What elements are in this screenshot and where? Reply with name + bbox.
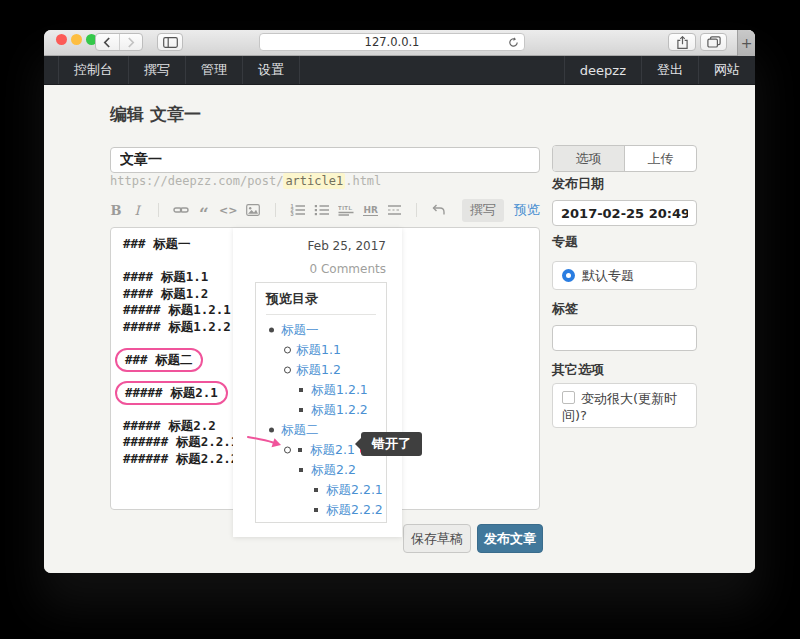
post-url-prefix: https://deepzz.com/post/ — [110, 174, 283, 188]
sidebar-toggle-button[interactable] — [157, 33, 183, 51]
annotation-tooltip-text: 错开了 — [372, 435, 411, 453]
nav-site[interactable]: 网站 — [698, 56, 755, 84]
toolbar-undo-icon[interactable] — [432, 202, 445, 218]
navbar-right-group: deepzz登出网站 — [564, 56, 755, 84]
publish-button[interactable]: 发布文章 — [477, 524, 543, 553]
toolbar-image-icon[interactable] — [246, 202, 260, 218]
toc-link[interactable]: 标题一 — [281, 322, 319, 339]
toolbar-divider — [152, 202, 164, 218]
nav-settings[interactable]: 设置 — [242, 56, 299, 84]
back-button[interactable] — [96, 34, 119, 50]
options-sidebar: 选项上传 发布日期 专题 默认专题 标签 其它选项 变动很大(更新时间)? — [552, 85, 697, 573]
toc-item: 标题2.2.1 — [256, 480, 386, 500]
toolbar-link-icon[interactable] — [173, 202, 189, 218]
publish-date-input[interactable] — [552, 200, 697, 226]
toolbar-quote-icon[interactable]: “ — [198, 202, 210, 218]
toc-link[interactable]: 标题2.2.1 — [326, 482, 383, 499]
tabs-icon — [707, 36, 721, 48]
toc-item: 标题2.2 — [256, 460, 386, 480]
tags-label: 标签 — [552, 300, 697, 318]
toc-bullet-square — [297, 400, 311, 420]
toc-box: 预览目录 标题一标题1.1标题1.2标题1.2.1标题1.2.2标题二标题2.1… — [255, 282, 387, 523]
toolbar-code-icon[interactable]: <> — [219, 202, 237, 218]
toc-link[interactable]: 标题2.2.2 — [326, 502, 383, 519]
toolbar-horizontal-rule-icon[interactable]: HR — [363, 202, 377, 218]
new-tab-button[interactable]: + — [737, 30, 755, 56]
app-navbar: 控制台撰写管理设置 deepzz登出网站 — [44, 56, 755, 85]
forward-button[interactable] — [119, 34, 143, 50]
post-url-slug-highlight: article1 — [283, 173, 345, 189]
toc-item: 标题1.1 — [256, 340, 386, 360]
sidebar-tabs: 选项上传 — [552, 145, 697, 172]
navbar-left-group: 控制台撰写管理设置 — [58, 56, 300, 84]
preview-mode-button[interactable]: 预览 — [514, 201, 540, 219]
toc-bullet-circle — [282, 340, 296, 360]
close-window-button[interactable] — [56, 34, 67, 45]
toc-link[interactable]: 标题2.2 — [311, 462, 356, 479]
toc-bullet-circle — [282, 360, 296, 380]
radio-selected-icon[interactable] — [562, 269, 575, 282]
toolbar-divider — [411, 202, 423, 218]
toc-bullet-square — [312, 500, 326, 520]
toc-link[interactable]: 标题2.1 — [310, 442, 355, 459]
nav-logout[interactable]: 登出 — [641, 56, 698, 84]
toc-link[interactable]: 标题1.2.2 — [311, 402, 368, 419]
admin-page: 编辑 文章一 https://deepzz.com/post/article1.… — [44, 85, 755, 573]
toc-item: 标题2.2.2 — [256, 500, 386, 520]
history-nav-buttons — [95, 33, 143, 51]
toolbar-icons: BI“<>123TITLHR — [110, 202, 445, 218]
minimize-window-button[interactable] — [71, 34, 82, 45]
toc-bullet-square — [297, 460, 311, 480]
major-change-label: 变动很大(更新时间)? — [562, 391, 677, 423]
toc-link[interactable]: 标题1.1 — [296, 342, 341, 359]
topic-option-box[interactable]: 默认专题 — [552, 261, 697, 290]
share-button[interactable] — [668, 33, 696, 51]
pink-oval-annotation: ##### 标题2.1 — [115, 381, 228, 405]
toc-bullet-square — [312, 480, 326, 500]
sidebar-tab-upload[interactable]: 上传 — [624, 146, 696, 171]
share-icon — [677, 36, 688, 49]
pink-oval-annotation: ### 标题二 — [115, 348, 203, 372]
toolbar-heading-icon[interactable]: TITL — [338, 202, 354, 218]
address-bar[interactable]: 127.0.0.1 — [259, 33, 525, 51]
tabs-overview-button[interactable] — [700, 33, 727, 51]
sidebar-icon — [163, 37, 178, 48]
toolbar-page-break-icon[interactable] — [387, 202, 402, 218]
preview-popup: Feb 25, 2017 0 Comments 预览目录 标题一标题1.1标题1… — [233, 228, 402, 537]
toc-item: 标题1.2.2 — [256, 400, 386, 420]
preview-date: Feb 25, 2017 — [233, 239, 402, 253]
tags-input[interactable] — [552, 325, 697, 351]
post-url-suffix: .html — [345, 174, 381, 188]
toc-item: 标题一 — [256, 320, 386, 340]
toc-link[interactable]: 标题1.2 — [296, 362, 341, 379]
toolbar-ordered-list-icon[interactable]: 123 — [290, 202, 305, 218]
chevron-right-icon — [127, 37, 135, 48]
toolbar-bold-icon[interactable]: B — [110, 202, 122, 218]
write-mode-button[interactable]: 撰写 — [462, 199, 504, 222]
save-draft-button[interactable]: 保存草稿 — [403, 524, 471, 553]
major-change-option-box[interactable]: 变动很大(更新时间)? — [552, 383, 697, 428]
annotation-arrow — [247, 433, 285, 451]
nav-username[interactable]: deepzz — [564, 56, 641, 84]
sidebar-tab-options[interactable]: 选项 — [553, 146, 624, 171]
toc-bullet-square — [297, 380, 311, 400]
toc-link[interactable]: 标题1.2.1 — [311, 382, 368, 399]
address-bar-url: 127.0.0.1 — [365, 35, 420, 49]
browser-titlebar: 127.0.0.1 + — [44, 30, 755, 56]
reload-icon[interactable] — [508, 37, 519, 51]
chevron-left-icon — [103, 37, 111, 48]
checkbox-unchecked-icon[interactable] — [562, 391, 575, 404]
editor-mode-switch: 撰写 预览 — [462, 199, 540, 222]
nav-console[interactable]: 控制台 — [58, 56, 128, 84]
nav-manage[interactable]: 管理 — [185, 56, 242, 84]
page-title: 编辑 文章一 — [110, 103, 201, 126]
publish-date-label: 发布日期 — [552, 175, 697, 193]
nav-write[interactable]: 撰写 — [128, 56, 185, 84]
toolbar-unordered-list-icon[interactable] — [314, 202, 329, 218]
toc-item: 标题1.2 — [256, 360, 386, 380]
svg-text:3: 3 — [291, 211, 294, 216]
post-title-input[interactable] — [110, 147, 540, 173]
toolbar-italic-icon[interactable]: I — [131, 202, 143, 218]
browser-window: 127.0.0.1 + 控制台撰写管理设置 deepzz登出网站 编辑 文章一 … — [44, 30, 755, 573]
toc-link[interactable]: 标题二 — [281, 422, 319, 439]
